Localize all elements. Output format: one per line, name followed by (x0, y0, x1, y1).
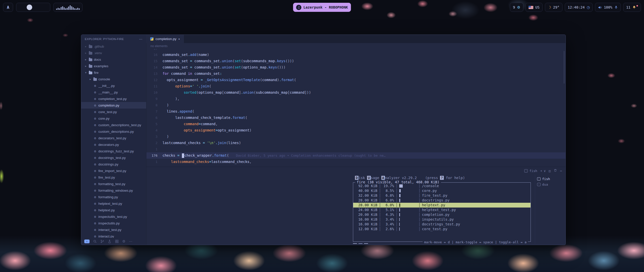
audio-widget[interactable]: 100% (595, 3, 621, 12)
terminal-profile-button[interactable]: › fish (524, 169, 537, 173)
tree-item[interactable]: decorators_test.py (81, 135, 146, 141)
tree-item[interactable]: fire_test.py (81, 174, 146, 181)
explorer-view-icon[interactable]: › (84, 240, 90, 243)
tree-item[interactable]: formatting.py (81, 194, 146, 200)
tree-item[interactable]: custom_descriptions_test.py (81, 122, 146, 128)
line-number: 9 (146, 96, 163, 102)
tree-item[interactable]: custom_descriptions.py (81, 128, 146, 135)
line-number: 10 (146, 89, 163, 96)
line-number: 14 (146, 64, 163, 71)
tree-item[interactable]: core_test.py (81, 109, 146, 115)
terminal[interactable] (146, 175, 353, 244)
tree-item[interactable]: __init__.py (81, 82, 146, 89)
file-or-folder-icon (93, 97, 97, 101)
tree-item[interactable]: interact_test.py (81, 226, 146, 233)
tree-item[interactable]: inspectutils_test.py (81, 213, 146, 220)
new-terminal-button[interactable]: + ∨ (540, 169, 546, 173)
tree-item[interactable]: completion.py (81, 102, 146, 109)
extensions-icon[interactable] (115, 240, 119, 243)
code-line: 8 ) (146, 102, 566, 108)
tree-item[interactable]: docstrings.py (81, 161, 146, 167)
code-line: 176 checks = check_wrapper.format(David … (146, 152, 566, 159)
tree-item[interactable]: completion_test.py (81, 95, 146, 102)
terminal-tab[interactable]: › dua (537, 182, 566, 187)
code-line: 1 (146, 146, 566, 152)
desktop: A ♫ Lazerpunk - ROBOPHONK 9 ⚙ US ☽ (0, 0, 644, 272)
test-beaker-icon[interactable] (108, 240, 111, 243)
terminal-line (150, 209, 353, 214)
launcher-button[interactable]: A (3, 3, 13, 12)
tree-item[interactable]: helptext.py (81, 207, 146, 213)
file-or-folder-icon (93, 202, 97, 206)
dua-row[interactable]: 92.00 KiB │ 19.7% │ │ /console (353, 184, 531, 188)
system-monitor-sparkline[interactable] (53, 3, 83, 12)
tree-item[interactable]: helptext_test.py (81, 200, 146, 207)
terminal-tab-label: fish (542, 177, 550, 181)
split-terminal-icon[interactable]: ◫ (549, 169, 551, 173)
disk-usage-analyzer[interactable]: Disk Usage Analyzer v2.29.2 (press ? for… (353, 175, 535, 244)
tree-item[interactable]: ▸ docs (81, 56, 146, 63)
workspace-button[interactable] (34, 5, 40, 10)
workspace-button[interactable] (27, 5, 32, 10)
tree-item[interactable]: interact.py (81, 233, 146, 238)
tree-item[interactable]: docstrings_test.py (81, 154, 146, 161)
now-playing-widget[interactable]: ♫ Lazerpunk - ROBOPHONK (293, 3, 351, 12)
dua-row[interactable]: 28.00 KiB │ 6.0% │ │ helptext.py (353, 203, 531, 208)
terminal-tab[interactable]: › fish (537, 176, 566, 182)
keyboard-layout-widget[interactable]: US (526, 3, 543, 12)
tree-item[interactable]: __main__.py (81, 89, 146, 95)
tree-item-label: fire (94, 71, 99, 75)
tree-item[interactable]: fire_import_test.py (81, 167, 146, 174)
tree-item[interactable]: ▸ examples (81, 63, 146, 69)
dua-row[interactable]: 40.00 KiB │ 8.5% │ │ core.py (353, 188, 531, 193)
dua-percent: 5.1% (382, 208, 394, 212)
more-actions-icon[interactable]: ⋯ (129, 239, 133, 243)
column-separator: │ (394, 188, 399, 193)
tree-item[interactable]: ▾ fire (81, 69, 146, 76)
clock-widget[interactable]: 12:40:24 ◷ (565, 3, 593, 12)
dua-row[interactable]: 20.00 KiB │ 4.3% │ │ completion.py (353, 212, 531, 217)
dua-size: 32.00 KiB (355, 193, 377, 198)
dua-row[interactable]: 28.00 KiB │ 6.0% │ │ docstrings.py (353, 198, 531, 203)
source-control-icon[interactable] (100, 240, 104, 243)
weather-widget[interactable]: ☽ 29° (545, 3, 562, 12)
tab-completion-py[interactable]: completion.py ● (146, 35, 184, 43)
workspace-button[interactable] (42, 5, 47, 10)
dua-size: 40.00 KiB (355, 188, 377, 193)
notifications-widget[interactable]: 11 (623, 3, 641, 12)
modified-dot-icon[interactable]: ● (178, 38, 180, 40)
search-icon[interactable] (93, 240, 97, 243)
tree-item[interactable]: decorators.py (81, 141, 146, 148)
dua-status-segment (358, 243, 363, 244)
dua-row[interactable]: 12.00 KiB │ 2.6% │ │ core_test.py (353, 227, 531, 231)
dua-row[interactable]: 32.00 KiB │ 6.8% │ │ fire_test.py (353, 193, 531, 198)
tree-item[interactable]: formatting_windows.py (81, 187, 146, 194)
tree-item[interactable]: ▸ console (81, 76, 146, 82)
dua-row[interactable]: 16.00 KiB │ 3.4% │ │ docstrings_test.py (353, 222, 531, 227)
tree-item-label: inspectutils_test.py (98, 215, 127, 219)
dua-row[interactable]: 16.00 KiB │ 3.4% │ │ inspectutils.py (353, 217, 531, 222)
panel-more-actions-icon[interactable]: ⋯ (560, 169, 562, 173)
tree-item[interactable]: docstrings_fuzz_test.py (81, 148, 146, 154)
dua-row[interactable]: 24.00 KiB │ 5.1% │ │ helptext_test.py (353, 208, 531, 212)
updates-widget[interactable]: 9 ⚙ (510, 3, 523, 12)
tree-item[interactable]: ▸ .venv (81, 50, 146, 56)
workspace-button[interactable] (19, 5, 25, 10)
code-line: 12 opts_assignment = _GetOptsAssignmentT… (146, 77, 566, 83)
file-or-folder-icon (89, 45, 92, 48)
tree-item[interactable]: inspectutils.py (81, 220, 146, 226)
code-line: 17 """ (146, 49, 566, 52)
breadcrumb[interactable]: no elements (146, 43, 566, 49)
column-separator: │ (394, 222, 399, 227)
explorer-more-actions-button[interactable]: ⋯ (139, 37, 143, 41)
kill-terminal-icon[interactable] (554, 169, 557, 173)
tree-item[interactable]: formatting_test.py (81, 181, 146, 187)
code-editor[interactable]: 17 """ 16 commands_set.add(name) 15 comm… (146, 49, 566, 167)
column-separator: │ (394, 217, 399, 222)
tree-item[interactable]: ▸ .github (81, 43, 146, 50)
file-or-folder-icon (93, 176, 97, 179)
tree-item[interactable]: core.py (81, 115, 146, 122)
dua-percent: 4.3% (382, 212, 394, 217)
explorer-header: EXPLORER: PYTHON-FIRE ⋯ (81, 35, 146, 43)
settings-gear-icon[interactable]: ⚙ (122, 239, 126, 243)
